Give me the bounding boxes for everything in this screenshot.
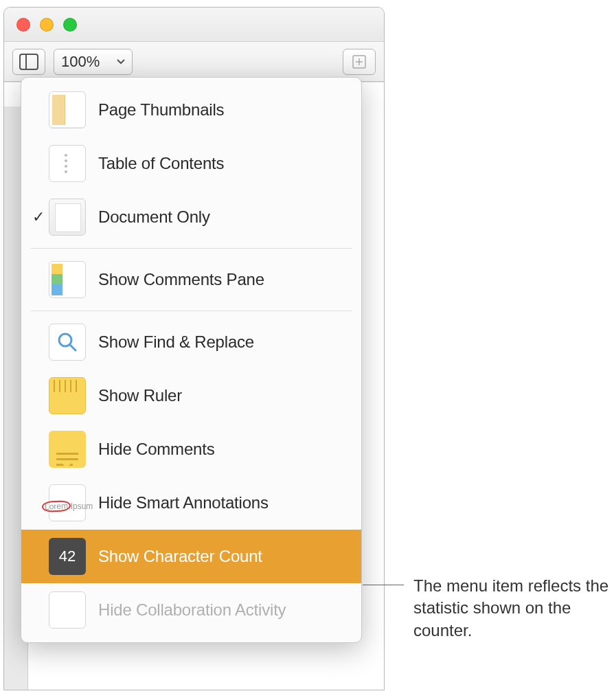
menu-label: Show Find & Replace [98,332,254,352]
comments-pane-icon [49,261,86,298]
traffic-lights [16,18,77,32]
menu-label: Show Ruler [98,386,182,405]
menu-item-document-only[interactable]: ✓ Document Only [21,190,361,244]
search-icon [49,324,86,361]
menu-item-table-of-contents[interactable]: Table of Contents [21,137,361,190]
page-thumbnails-icon [49,91,86,128]
callout-text: The menu item reflects the statistic sho… [413,575,610,642]
window-zoom-button[interactable] [63,18,77,32]
ruler-icon [49,377,86,414]
menu-item-hide-collaboration-activity: Hide Collaboration Activity [21,583,361,637]
menu-label: Show Character Count [98,547,262,566]
plus-icon [352,55,366,69]
menu-label: Show Comments Pane [98,270,264,289]
view-dropdown-menu: Page Thumbnails Table of Contents ✓ Docu… [21,77,362,643]
count-badge-value: 42 [59,547,76,565]
document-only-icon [49,199,86,236]
menu-separator [31,248,352,249]
add-page-button[interactable] [343,49,376,75]
window-minimize-button[interactable] [40,18,54,32]
callout-line [363,585,404,585]
menu-item-show-ruler[interactable]: Show Ruler [21,369,361,422]
smart-annotations-icon: LoremIpsum [49,484,86,521]
menu-item-show-comments-pane[interactable]: Show Comments Pane [21,253,361,306]
callout: The menu item reflects the statistic sho… [363,575,610,642]
zoom-level-label: 100% [61,53,117,71]
menu-label: Hide Smart Annotations [98,493,269,512]
menu-item-hide-comments[interactable]: Hide Comments [21,422,361,476]
view-menu-button[interactable] [12,49,45,75]
menu-item-page-thumbnails[interactable]: Page Thumbnails [21,83,361,137]
menu-label: Hide Collaboration Activity [98,600,286,620]
menu-label: Table of Contents [98,154,224,173]
menu-item-show-character-count[interactable]: 42 Show Character Count [21,530,361,583]
menu-label: Document Only [98,207,210,227]
menu-item-hide-smart-annotations[interactable]: LoremIpsum Hide Smart Annotations [21,476,361,530]
character-count-icon: 42 [49,538,86,575]
svg-rect-0 [20,54,38,69]
collaboration-activity-icon [49,591,86,629]
comments-icon [49,431,86,468]
sidebar-icon [19,54,38,70]
menu-label: Hide Comments [98,440,214,459]
checkmark-icon: ✓ [28,208,49,226]
chevron-down-icon [117,59,125,65]
titlebar [4,8,384,42]
table-of-contents-icon [49,145,86,182]
toolbar: 100% [4,42,384,82]
menu-separator [31,311,352,311]
menu-label: Page Thumbnails [98,100,224,120]
zoom-dropdown[interactable]: 100% [54,49,133,75]
window-close-button[interactable] [16,18,30,32]
menu-item-show-find-replace[interactable]: Show Find & Replace [21,315,361,369]
svg-line-6 [70,345,76,350]
